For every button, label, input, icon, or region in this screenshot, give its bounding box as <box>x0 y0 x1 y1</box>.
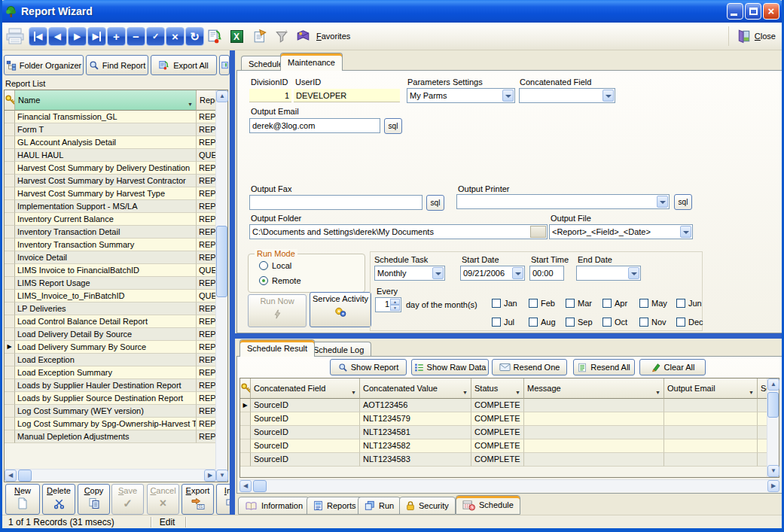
row-selector[interactable] <box>5 328 15 341</box>
sent-cell[interactable] <box>758 439 767 453</box>
refresh-button[interactable]: ↻ <box>185 27 204 46</box>
favorites-icon[interactable] <box>294 26 312 46</box>
report-list-row[interactable]: Loads by Supplier Hauler Destination Rep… <box>5 379 216 392</box>
report-type-cell[interactable]: REPORT <box>197 366 216 379</box>
export-button[interactable]: Export 01 <box>182 484 214 515</box>
report-list-row[interactable]: LIMS Invoice to FinancialBatchID QUERY <box>5 264 216 277</box>
sent-cell[interactable] <box>758 412 767 426</box>
sent-cell[interactable] <box>758 453 767 467</box>
report-name-cell[interactable]: Harvest Cost Summary by Harvest Contract… <box>15 175 197 187</box>
report-name-cell[interactable]: Implementation Support - MS/LA <box>15 200 197 213</box>
report-type-cell[interactable]: REPORT <box>197 354 216 366</box>
row-selector[interactable] <box>5 239 15 251</box>
month-checkbox[interactable] <box>602 299 612 308</box>
report-list-row[interactable]: Form T REPORT <box>5 123 216 136</box>
scroll-up-icon[interactable]: ▲ <box>767 378 779 391</box>
concatenated-field-cell[interactable]: SourceID <box>251 412 360 426</box>
radio-local[interactable] <box>259 261 268 270</box>
tab-schedule-log[interactable]: Schedule Log <box>306 342 371 357</box>
month-option[interactable]: Feb <box>529 299 566 308</box>
report-list-hscrollbar[interactable]: ◀ ▶ <box>5 469 216 482</box>
tab-schedule-bottom[interactable]: Schedule <box>456 495 520 515</box>
row-selector[interactable] <box>5 123 15 136</box>
resend-all-button[interactable]: Resend All <box>573 359 635 375</box>
month-option[interactable]: Mar <box>566 299 602 308</box>
hscroll-thumb[interactable] <box>253 480 267 492</box>
report-list-row[interactable]: Log Cost Summary by Spg-Ownership-Harves… <box>5 418 216 430</box>
report-list-row[interactable]: Manual Depletion Adjustments REPORT <box>5 430 216 443</box>
report-type-cell[interactable]: REPORT <box>197 175 216 187</box>
report-list-row[interactable]: Financial Transmission_GL REPORT <box>5 111 216 123</box>
key-column-header[interactable] <box>5 90 15 111</box>
report-type-cell[interactable]: REPORT <box>197 136 216 149</box>
month-checkbox[interactable] <box>676 318 685 327</box>
report-list-row[interactable]: LIMS Report Usage REPORT <box>5 277 216 290</box>
month-option[interactable]: Nov <box>639 318 676 327</box>
report-type-cell[interactable]: QUERY <box>197 290 216 302</box>
report-list-row[interactable]: LP Deliveries REPORT <box>5 302 216 315</box>
end-date-dropdown[interactable] <box>576 266 641 281</box>
start-time-field[interactable] <box>529 266 564 281</box>
concatenated-field-column-header[interactable]: Concatenated Field▼ <box>251 378 360 399</box>
report-list-row[interactable]: Harvest Cost Summary by Harvest Contract… <box>5 175 216 187</box>
report-list-row[interactable]: Inventory Transaction Summary REPORT <box>5 239 216 251</box>
report-name-cell[interactable]: Harvest Cost Summary by Harvest Type <box>15 187 197 200</box>
name-column-header[interactable]: Name ▼ <box>15 90 197 111</box>
concatenated-value-cell[interactable]: AOT123456 <box>360 399 471 412</box>
month-checkbox[interactable] <box>529 299 538 308</box>
add-record-button[interactable]: + <box>107 27 126 46</box>
delete-button[interactable]: Delete <box>42 484 75 515</box>
output-email-cell[interactable] <box>664 399 758 412</box>
tab-reports[interactable]: Reports <box>307 497 363 515</box>
report-list-row[interactable]: Load Delivery Summary By Source REPORT <box>5 341 216 354</box>
report-type-cell[interactable]: QUERY <box>197 264 216 277</box>
report-type-cell[interactable]: REPORT <box>197 226 216 239</box>
result-row[interactable]: SourceID AOT123456 COMPLETE <box>240 399 779 412</box>
report-type-cell[interactable]: REPORT <box>197 277 216 290</box>
printer-sql-button[interactable]: sql <box>674 194 692 210</box>
report-type-cell[interactable]: REPORT <box>197 418 216 430</box>
report-type-cell[interactable]: REPORT <box>197 341 216 354</box>
browse-folder-button[interactable] <box>530 226 546 238</box>
tab-maintenance[interactable]: Maintenance <box>280 53 343 71</box>
message-cell[interactable] <box>524 453 664 467</box>
clipped-toolbar-button[interactable] <box>219 55 230 75</box>
month-option[interactable]: Dec <box>676 318 713 327</box>
report-type-cell[interactable]: REPORT <box>197 315 216 328</box>
row-selector[interactable] <box>5 366 15 379</box>
vscroll-thumb[interactable] <box>216 226 227 297</box>
previous-record-button[interactable]: ◀ <box>48 27 67 46</box>
row-selector[interactable] <box>5 200 15 213</box>
scroll-right-icon[interactable]: ▶ <box>204 470 216 482</box>
concatenated-value-cell[interactable]: NLT1234583 <box>360 453 471 467</box>
next-record-button[interactable]: ▶ <box>68 27 87 46</box>
favorites-label[interactable]: Favorites <box>316 32 350 41</box>
report-type-cell[interactable]: REPORT <box>197 302 216 315</box>
report-name-cell[interactable]: Form T <box>15 123 197 136</box>
output-email-cell[interactable] <box>664 439 758 453</box>
report-name-cell[interactable]: Load Delivery Summary By Source <box>15 341 197 354</box>
output-email-cell[interactable] <box>664 453 758 467</box>
month-option[interactable]: Sep <box>566 318 602 327</box>
filter-icon[interactable] <box>273 26 291 46</box>
month-checkbox[interactable] <box>639 299 648 308</box>
divisionid-field[interactable] <box>249 89 291 102</box>
month-option[interactable]: Jan <box>492 299 529 308</box>
report-type-cell[interactable]: REPORT <box>197 392 216 405</box>
status-cell[interactable]: COMPLETE <box>471 453 524 467</box>
concatenated-field-cell[interactable]: SourceID <box>251 439 360 453</box>
report-type-cell[interactable]: REPORT <box>197 239 216 251</box>
row-selector[interactable] <box>240 439 251 453</box>
month-checkbox[interactable] <box>602 318 612 327</box>
clear-all-button[interactable]: Clear All <box>639 359 706 375</box>
month-checkbox[interactable] <box>676 299 685 308</box>
row-selector[interactable] <box>5 418 15 430</box>
sort-arrow-icon[interactable]: ▼ <box>655 390 660 395</box>
resend-one-button[interactable]: Resend One <box>492 359 567 375</box>
scroll-left-icon[interactable]: ◀ <box>239 480 252 492</box>
report-type-column-header[interactable]: Report <box>197 90 216 111</box>
fax-sql-button[interactable]: sql <box>426 195 444 211</box>
output-printer-dropdown[interactable] <box>456 194 670 209</box>
report-list-row[interactable]: Log Cost Summary (WEY version) REPORT <box>5 405 216 418</box>
delete-record-button[interactable]: − <box>127 27 145 46</box>
